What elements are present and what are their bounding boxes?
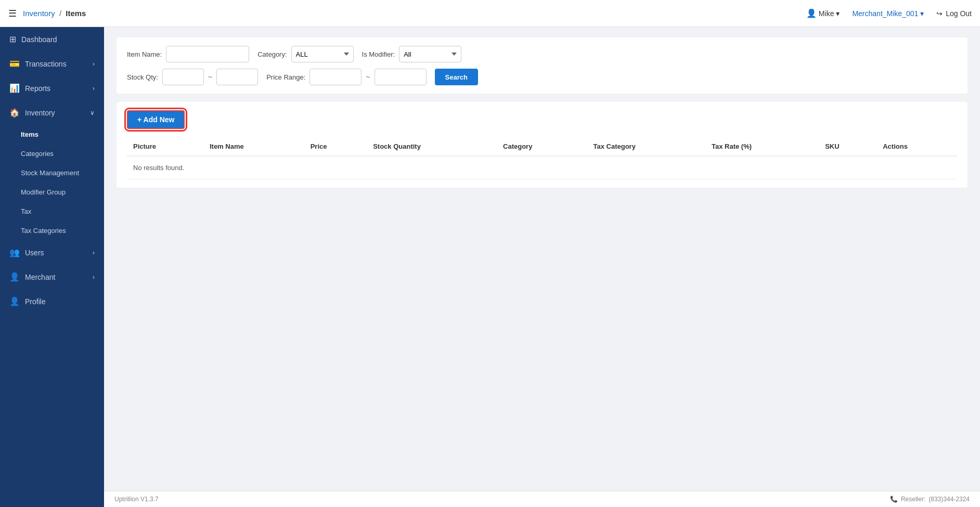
- add-new-button-wrapper: + Add New: [127, 110, 957, 129]
- breadcrumb-inventory-link[interactable]: Inventory: [23, 9, 55, 18]
- logout-label: Log Out: [946, 9, 972, 18]
- reseller-phone: (833)344-2324: [929, 496, 970, 503]
- no-results-row: No results found.: [127, 156, 957, 179]
- dashboard-icon: ⊞: [9, 34, 16, 44]
- sidebar-sub-label-modifier-group: Modifier Group: [21, 188, 66, 196]
- users-icon: 👥: [9, 248, 20, 257]
- logout-button[interactable]: ↪ Log Out: [936, 9, 972, 18]
- inventory-arrow-icon: ∨: [90, 109, 95, 116]
- col-sku: SKU: [819, 137, 876, 156]
- sidebar-sub-label-categories: Categories: [21, 150, 54, 158]
- main-layout: ⊞ Dashboard 💳 Transactions › 📊 Reports ›…: [0, 27, 980, 507]
- col-actions: Actions: [876, 137, 957, 156]
- sidebar-sub-item-tax-categories[interactable]: Tax Categories: [0, 221, 104, 240]
- sidebar-item-users[interactable]: 👥 Users ›: [0, 240, 104, 265]
- phone-icon: 📞: [890, 496, 898, 503]
- breadcrumb-separator: /: [59, 9, 63, 18]
- merchant-icon: 👤: [9, 272, 20, 282]
- item-name-field: Item Name:: [127, 46, 249, 62]
- stock-qty-label: Stock Qty:: [127, 73, 158, 81]
- sidebar-item-reports[interactable]: 📊 Reports ›: [0, 76, 104, 100]
- search-button[interactable]: Search: [435, 69, 478, 85]
- merchant-chevron-icon: ▾: [920, 9, 924, 18]
- sidebar-sub-item-stock-management[interactable]: Stock Management: [0, 163, 104, 183]
- user-icon: 👤: [806, 8, 817, 18]
- sidebar-sub-label-tax-categories: Tax Categories: [21, 227, 66, 235]
- filter-bar: Item Name: Category: ALL Food Beverage O…: [117, 37, 968, 94]
- col-stock-quantity: Stock Quantity: [367, 137, 497, 156]
- sidebar-sub-items[interactable]: Items: [0, 125, 104, 144]
- sidebar-item-merchant[interactable]: 👤 Merchant ›: [0, 265, 104, 289]
- sidebar-label-dashboard: Dashboard: [21, 35, 95, 44]
- sidebar-label-transactions: Transactions: [25, 60, 87, 68]
- price-range-label: Price Range:: [266, 73, 305, 81]
- sidebar-item-dashboard[interactable]: ⊞ Dashboard: [0, 27, 104, 51]
- hamburger-icon[interactable]: ☰: [8, 8, 17, 19]
- user-name: Mike: [819, 9, 834, 18]
- users-arrow-icon: ›: [93, 249, 95, 256]
- col-picture: Picture: [127, 137, 203, 156]
- user-menu[interactable]: 👤 Mike ▾: [806, 8, 840, 18]
- col-tax-rate: Tax Rate (%): [705, 137, 819, 156]
- app-header: ☰ Inventory / Items 👤 Mike ▾ Merchant_Mi…: [0, 0, 980, 27]
- no-results-cell: No results found.: [127, 156, 957, 179]
- sidebar-sub-label-stock-management: Stock Management: [21, 169, 79, 177]
- price-range-max-input[interactable]: [375, 69, 427, 85]
- profile-icon: 👤: [9, 296, 20, 306]
- col-item-name: Item Name: [203, 137, 304, 156]
- price-range-field: Price Range: ~: [266, 69, 426, 85]
- stock-qty-min-input[interactable]: [162, 69, 204, 85]
- sidebar-label-profile: Profile: [25, 297, 95, 306]
- add-new-button[interactable]: + Add New: [127, 110, 185, 129]
- inventory-icon: 🏠: [9, 108, 20, 118]
- sidebar-label-inventory: Inventory: [25, 109, 85, 117]
- merchant-name: Merchant_Mike_001: [852, 9, 918, 18]
- sidebar-label-reports: Reports: [25, 84, 87, 93]
- merchant-arrow-icon: ›: [93, 274, 95, 281]
- sidebar-sub-label-tax: Tax: [21, 207, 31, 215]
- sidebar-sub-item-modifier-group[interactable]: Modifier Group: [0, 183, 104, 202]
- reseller-label: Reseller:: [901, 496, 925, 503]
- sidebar-label-users: Users: [25, 249, 87, 257]
- stock-qty-tilde: ~: [208, 73, 212, 81]
- header-right: 👤 Mike ▾ Merchant_Mike_001 ▾ ↪ Log Out: [806, 8, 972, 18]
- no-results-text: No results found.: [133, 158, 184, 178]
- sidebar-item-profile[interactable]: 👤 Profile: [0, 289, 104, 314]
- col-price: Price: [304, 137, 367, 156]
- sidebar-item-inventory[interactable]: 🏠 Inventory ∨: [0, 100, 104, 125]
- reports-icon: 📊: [9, 83, 20, 93]
- category-select[interactable]: ALL Food Beverage Other: [291, 46, 354, 62]
- filter-row-1: Item Name: Category: ALL Food Beverage O…: [127, 46, 957, 62]
- logout-icon: ↪: [936, 9, 943, 18]
- user-chevron-icon: ▾: [836, 9, 840, 18]
- merchant-selector[interactable]: Merchant_Mike_001 ▾: [852, 9, 924, 18]
- category-label: Category:: [257, 50, 287, 58]
- sidebar-item-transactions[interactable]: 💳 Transactions ›: [0, 51, 104, 76]
- item-name-label: Item Name:: [127, 50, 162, 58]
- stock-qty-field: Stock Qty: ~: [127, 69, 258, 85]
- items-table: Picture Item Name Price Stock Quantity C…: [127, 137, 957, 179]
- price-range-min-input[interactable]: [310, 69, 362, 85]
- transactions-icon: 💳: [9, 59, 20, 69]
- table-header-row: Picture Item Name Price Stock Quantity C…: [127, 137, 957, 156]
- breadcrumb-current: Items: [66, 9, 86, 18]
- sidebar-sub-item-categories[interactable]: Categories: [0, 144, 104, 163]
- main-content: Item Name: Category: ALL Food Beverage O…: [104, 27, 980, 507]
- price-range-tilde: ~: [366, 73, 370, 81]
- is-modifier-field: Is Modifier: All Yes No: [362, 46, 462, 62]
- content-area: Item Name: Category: ALL Food Beverage O…: [104, 27, 980, 491]
- transactions-arrow-icon: ›: [93, 60, 95, 68]
- is-modifier-select[interactable]: All Yes No: [399, 46, 461, 62]
- version-label: Uptrillion V1.3.7: [114, 496, 159, 503]
- bottom-bar: Uptrillion V1.3.7 📞 Reseller: (833)344-2…: [104, 491, 980, 507]
- item-name-input[interactable]: [166, 46, 249, 62]
- col-tax-category: Tax Category: [587, 137, 705, 156]
- filter-row-2: Stock Qty: ~ Price Range: ~ Search: [127, 69, 957, 85]
- sidebar-sub-item-tax[interactable]: Tax: [0, 202, 104, 221]
- breadcrumb: Inventory / Items: [23, 9, 86, 18]
- is-modifier-label: Is Modifier:: [362, 50, 395, 58]
- sidebar-label-merchant: Merchant: [25, 273, 87, 281]
- stock-qty-max-input[interactable]: [216, 69, 258, 85]
- col-category: Category: [497, 137, 587, 156]
- reseller-info: 📞 Reseller: (833)344-2324: [890, 496, 970, 503]
